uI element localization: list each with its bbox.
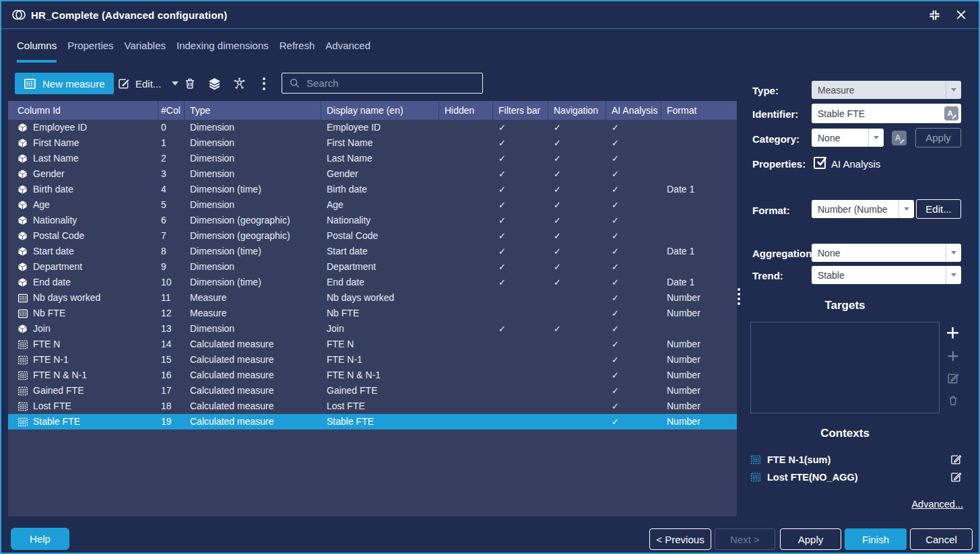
column-header[interactable]: Hidden (439, 101, 493, 120)
add-target-icon[interactable] (944, 324, 960, 341)
table-row[interactable]: Lost FTE 18 Calculated measure Lost FTE … (8, 399, 737, 414)
column-type: Calculated measure (185, 383, 321, 399)
display-name: First Name (321, 135, 439, 151)
column-header[interactable]: Navigation (548, 101, 606, 120)
col-index: 13 (158, 321, 185, 337)
table-row[interactable]: First Name 1 Dimension First Name (8, 135, 737, 151)
col-index: 9 (158, 259, 185, 275)
column-type: Dimension (185, 166, 321, 182)
column-header[interactable]: Display name (en) (321, 101, 439, 120)
tab[interactable]: Columns (17, 40, 57, 63)
column-type-icon (18, 355, 28, 366)
column-id: Last Name (33, 151, 79, 166)
table-row[interactable]: Age 5 Dimension Age (8, 197, 737, 213)
delete-icon[interactable] (179, 73, 201, 94)
table-row[interactable]: Birth date 4 Dimension (time) Birth date… (8, 182, 737, 197)
type-select[interactable]: Measure (812, 81, 961, 99)
identifier-input[interactable] (812, 108, 944, 119)
table-row[interactable]: FTE N & N-1 16 Calculated measure FTE N … (8, 368, 737, 383)
table-row[interactable]: End date 10 Dimension (time) End date Da… (8, 275, 737, 290)
advanced-link[interactable]: Advanced... (810, 499, 963, 510)
close-icon[interactable] (953, 7, 969, 23)
finish-button[interactable]: Finish (845, 528, 907, 550)
search-box[interactable] (282, 73, 483, 94)
layers-icon[interactable] (203, 73, 225, 94)
apply-category-button[interactable]: Apply (915, 128, 961, 147)
previous-button[interactable]: < Previous (649, 528, 711, 550)
edit-pencil-icon (117, 77, 130, 90)
display-name: Employee ID (321, 120, 439, 135)
check-icon (498, 184, 506, 195)
column-header[interactable]: Column Id (8, 101, 158, 120)
tab[interactable]: Variables (125, 40, 166, 63)
category-select[interactable]: None (812, 129, 884, 147)
table-row[interactable]: Stable FTE 19 Calculated measure Stable … (8, 414, 737, 429)
column-header[interactable]: Filters bar (493, 101, 548, 120)
edit-target-icon[interactable] (946, 372, 959, 385)
apply-button[interactable]: Apply (780, 528, 841, 550)
column-header[interactable]: Type (185, 101, 321, 120)
column-id: Stable FTE (33, 414, 80, 429)
table-row[interactable]: Gained FTE 17 Calculated measure Gained … (8, 383, 737, 399)
table-row[interactable]: Nationality 6 Dimension (geographic) Nat… (8, 213, 737, 228)
trend-select[interactable]: Stable (812, 266, 961, 284)
check-icon (498, 153, 506, 164)
table-row[interactable]: Employee ID 0 Dimension Employee ID (8, 120, 737, 135)
translate-icon[interactable]: A (944, 106, 958, 120)
delete-target-icon[interactable] (946, 394, 959, 407)
next-button[interactable]: Next > (715, 528, 775, 550)
format-value: Date 1 (661, 182, 737, 197)
column-header[interactable]: Format (661, 101, 737, 120)
table-row[interactable]: Nb days worked 11 Measure Nb days worked… (8, 290, 737, 306)
more-options-icon[interactable] (253, 73, 275, 94)
tab[interactable]: Advanced (325, 40, 370, 63)
ai-analysis-checkbox[interactable] (814, 157, 826, 169)
network-icon[interactable] (228, 73, 250, 94)
table-row[interactable]: FTE N-1 15 Calculated measure FTE N-1 Nu… (8, 352, 737, 368)
table-row[interactable]: Start date 8 Dimension (time) Start date… (8, 244, 737, 259)
tab[interactable]: Refresh (280, 40, 315, 63)
col-index: 18 (158, 399, 185, 414)
panel-splitter-handle[interactable] (738, 288, 740, 305)
translate-icon[interactable]: A (892, 131, 907, 145)
table-row[interactable]: Department 9 Dimension Department (8, 259, 737, 275)
new-measure-button[interactable]: New measure (15, 73, 114, 94)
tab[interactable]: Properties (67, 40, 113, 63)
column-id: Age (33, 197, 50, 213)
display-name: Nationality (321, 213, 439, 228)
aggregation-select[interactable]: None (812, 244, 961, 262)
column-header[interactable]: #Col (158, 101, 185, 120)
column-type: Measure (185, 290, 321, 306)
properties-label: Properties: (752, 158, 806, 170)
table-row[interactable]: Gender 3 Dimension Gender (8, 166, 737, 182)
search-input[interactable] (306, 77, 476, 89)
edit-context-icon[interactable] (950, 471, 962, 483)
format-select[interactable]: Number (Numbe (812, 200, 914, 218)
table-row[interactable]: Nb FTE 12 Measure Nb FTE Number (8, 306, 737, 321)
check-icon (554, 230, 561, 241)
tab[interactable]: Indexing dimensions (176, 40, 269, 63)
table-row[interactable]: Last Name 2 Dimension Last Name (8, 151, 737, 166)
table-row[interactable]: FTE N 14 Calculated measure FTE N Number (8, 337, 737, 352)
format-edit-button[interactable]: Edit... (916, 199, 961, 219)
table-row[interactable]: Postal Code 7 Dimension (geographic) Pos… (8, 228, 737, 244)
table-row[interactable]: Join 13 Dimension Join (8, 321, 737, 337)
cancel-button[interactable]: Cancel (910, 528, 973, 550)
restore-window-icon[interactable] (926, 7, 942, 23)
check-icon (612, 122, 619, 133)
check-icon (612, 416, 619, 427)
format-value: Number (661, 352, 737, 368)
column-type: Calculated measure (185, 337, 321, 352)
col-index: 11 (158, 290, 185, 306)
column-type-icon (18, 262, 28, 273)
format-value: Number (661, 383, 737, 399)
format-value (661, 213, 737, 228)
add-target-alt-icon[interactable] (946, 349, 960, 363)
column-header[interactable]: AI Analysis (606, 101, 661, 120)
table-body: Employee ID 0 Dimension Employee ID (8, 120, 737, 429)
help-button[interactable]: Help (11, 528, 69, 550)
edit-dropdown[interactable]: Edit... (117, 73, 178, 94)
check-icon (554, 323, 561, 334)
edit-context-icon[interactable] (950, 454, 962, 466)
col-index: 2 (158, 151, 185, 166)
